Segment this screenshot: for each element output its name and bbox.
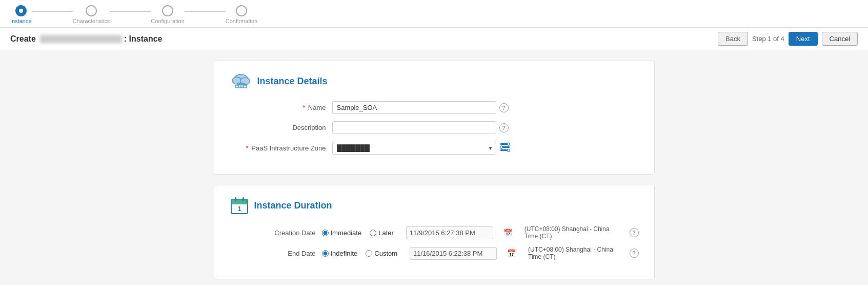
step-label-configuration: Configuration bbox=[151, 18, 184, 24]
wizard-step-characteristics[interactable]: Characteristics bbox=[73, 5, 110, 24]
instance-duration-header: 1 Instance Duration bbox=[230, 196, 639, 215]
instance-details-section: Instance Details * Name ? Description ? … bbox=[214, 61, 655, 175]
end-date-indefinite-option[interactable]: Indefinite bbox=[322, 250, 358, 257]
paas-zone-select[interactable]: ███████ bbox=[332, 142, 496, 155]
svg-point-11 bbox=[507, 143, 510, 145]
instance-details-title: Instance Details bbox=[257, 76, 328, 87]
svg-rect-6 bbox=[235, 85, 238, 88]
paas-zone-label: * PaaS Infrastructure Zone bbox=[230, 144, 332, 152]
title-suffix: Instance bbox=[129, 34, 163, 43]
svg-point-12 bbox=[500, 146, 502, 148]
instance-details-header: Instance Details bbox=[230, 71, 639, 91]
header-actions: Back Step 1 of 4 Next Cancel bbox=[718, 32, 858, 46]
end-date-indefinite-radio[interactable] bbox=[322, 250, 329, 257]
name-input[interactable] bbox=[332, 101, 496, 114]
description-label: Description bbox=[230, 124, 332, 131]
end-date-custom-label: Custom bbox=[374, 250, 397, 257]
title-blur: soa_paas_from211_tmp bbox=[40, 35, 122, 43]
step-circle-instance bbox=[15, 5, 27, 16]
svg-rect-16 bbox=[235, 197, 236, 201]
next-button[interactable]: Next bbox=[789, 32, 818, 46]
main-content: Instance Details * Name ? Description ? … bbox=[0, 50, 868, 285]
instance-duration-section: 1 Instance Duration Creation Date Immedi… bbox=[214, 185, 655, 279]
description-row: Description ? bbox=[230, 121, 639, 134]
creation-date-help-icon[interactable]: ? bbox=[630, 228, 639, 237]
svg-text:1: 1 bbox=[237, 205, 241, 213]
step-circle-confirmation bbox=[236, 5, 247, 16]
name-label: * Name bbox=[230, 104, 332, 111]
end-date-custom-radio[interactable] bbox=[366, 250, 372, 257]
cancel-button[interactable]: Cancel bbox=[822, 32, 858, 46]
step-circle-configuration bbox=[162, 5, 173, 16]
connector-2 bbox=[110, 11, 151, 12]
creation-date-immediate-label: Immediate bbox=[331, 229, 362, 237]
instance-duration-title: Instance Duration bbox=[254, 200, 332, 211]
cloud-icon bbox=[230, 71, 252, 91]
step-label-instance: Instance bbox=[10, 18, 32, 24]
name-row: * Name ? bbox=[230, 101, 639, 114]
page-header: Create soa_paas_from211_tmp: Instance Ba… bbox=[0, 28, 868, 50]
end-date-timezone: (UTC+08:00) Shanghai - China Time (CT) bbox=[528, 246, 618, 260]
paas-zone-required-star: * bbox=[246, 144, 249, 152]
svg-rect-5 bbox=[240, 85, 242, 88]
step-circle-characteristics bbox=[86, 5, 97, 16]
creation-date-row: Creation Date Immediate Later 📅 (UTC+08:… bbox=[230, 225, 639, 240]
wizard-steps: Instance Characteristics Configuration C… bbox=[10, 5, 257, 24]
end-date-help-icon[interactable]: ? bbox=[630, 249, 639, 258]
creation-date-radio-group: Immediate Later 📅 (UTC+08:00) Shanghai -… bbox=[322, 225, 639, 240]
page-title: Create soa_paas_from211_tmp: Instance bbox=[10, 34, 163, 44]
svg-point-13 bbox=[507, 149, 510, 151]
paas-zone-select-wrapper: ███████ ▼ bbox=[332, 142, 496, 155]
creation-date-calendar-icon[interactable]: 📅 bbox=[503, 229, 512, 237]
back-button[interactable]: Back bbox=[718, 32, 748, 46]
description-input[interactable] bbox=[332, 121, 496, 134]
wizard-step-instance[interactable]: Instance bbox=[10, 5, 32, 24]
wizard-step-configuration[interactable]: Configuration bbox=[151, 5, 184, 24]
wizard-step-confirmation[interactable]: Confirmation bbox=[226, 5, 257, 24]
creation-date-later-option[interactable]: Later bbox=[370, 229, 394, 237]
connector-1 bbox=[32, 11, 73, 12]
creation-date-datetime-input[interactable] bbox=[406, 226, 493, 239]
connector-3 bbox=[185, 11, 226, 12]
creation-date-immediate-option[interactable]: Immediate bbox=[322, 229, 362, 237]
end-date-row: End Date Indefinite Custom 📅 (UTC+08:00)… bbox=[230, 246, 639, 260]
end-date-indefinite-label: Indefinite bbox=[331, 250, 358, 257]
description-help-icon[interactable]: ? bbox=[499, 123, 509, 132]
step-label-characteristics: Characteristics bbox=[73, 18, 110, 24]
creation-date-timezone: (UTC+08:00) Shanghai - China Time (CT) bbox=[524, 225, 618, 240]
calendar-icon: 1 bbox=[230, 196, 249, 215]
creation-date-label: Creation Date bbox=[230, 229, 322, 237]
step-info: Step 1 of 4 bbox=[752, 35, 784, 43]
svg-rect-7 bbox=[244, 85, 247, 88]
title-prefix: Create bbox=[10, 34, 36, 43]
end-date-radio-group: Indefinite Custom 📅 (UTC+08:00) Shanghai… bbox=[322, 246, 639, 260]
manage-zones-icon[interactable] bbox=[499, 141, 511, 155]
end-date-calendar-icon[interactable]: 📅 bbox=[507, 249, 516, 257]
svg-rect-15 bbox=[231, 199, 248, 204]
creation-date-later-radio[interactable] bbox=[370, 230, 376, 236]
end-date-custom-option[interactable]: Custom bbox=[366, 250, 397, 257]
svg-rect-17 bbox=[243, 197, 244, 201]
name-help-icon[interactable]: ? bbox=[499, 103, 509, 112]
wizard-bar: Instance Characteristics Configuration C… bbox=[0, 0, 868, 28]
paas-zone-row: * PaaS Infrastructure Zone ███████ ▼ bbox=[230, 141, 639, 155]
end-date-datetime-input[interactable] bbox=[410, 247, 497, 260]
creation-date-later-label: Later bbox=[378, 229, 394, 237]
end-date-label: End Date bbox=[230, 250, 322, 257]
step-label-confirmation: Confirmation bbox=[226, 18, 257, 24]
creation-date-immediate-radio[interactable] bbox=[322, 230, 329, 236]
name-required-star: * bbox=[302, 104, 305, 111]
